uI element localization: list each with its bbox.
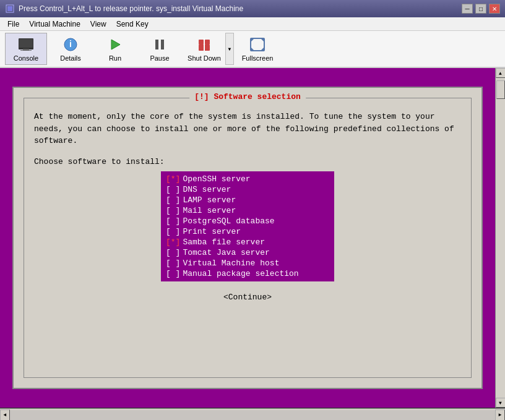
menu-bar: File Virtual Machine View Send Key — [0, 17, 505, 31]
software-label: PostgreSQL database — [183, 216, 274, 226]
menu-virtual-machine[interactable]: Virtual Machine — [24, 19, 85, 30]
svg-rect-12 — [199, 40, 204, 45]
software-item[interactable]: [ ] PostgreSQL database — [166, 216, 329, 226]
run-label: Run — [109, 54, 121, 62]
horizontal-scrollbar[interactable]: ◄ ► — [0, 408, 505, 420]
dialog-inner: [!] Software selection At the moment, on… — [24, 98, 472, 378]
pause-label: Pause — [150, 54, 169, 62]
svg-rect-10 — [161, 40, 164, 49]
software-item[interactable]: [ ] Virtual Machine host — [166, 258, 329, 268]
app-icon — [5, 4, 15, 14]
console-icon — [17, 36, 35, 53]
continue-row: <Continue> — [34, 291, 461, 303]
software-label: DNS server — [183, 185, 231, 194]
maximize-button[interactable]: □ — [475, 4, 486, 14]
software-checkbox: [ ] — [166, 206, 180, 215]
svg-rect-5 — [20, 50, 32, 51]
svg-rect-9 — [155, 40, 158, 49]
svg-marker-8 — [111, 40, 120, 49]
software-checkbox: [ ] — [166, 259, 180, 268]
software-checkbox: [ ] — [166, 248, 180, 257]
toolbar: Console i Details Run Pause — [0, 31, 505, 68]
close-button[interactable]: ✕ — [489, 4, 500, 14]
details-icon: i — [62, 36, 79, 53]
menu-send-key[interactable]: Send Key — [111, 19, 153, 30]
software-label: Manual package selection — [183, 269, 298, 278]
details-label: Details — [60, 54, 81, 62]
software-checkbox: [*] — [166, 238, 180, 247]
software-checkbox: [ ] — [166, 195, 180, 205]
body-line1: At the moment, only the core of the syst… — [34, 112, 435, 121]
software-label: Virtual Machine host — [183, 259, 279, 268]
software-checkbox: [ ] — [166, 185, 180, 194]
software-item[interactable]: [ ] DNS server — [166, 184, 329, 195]
svg-rect-1 — [7, 6, 12, 11]
software-checkbox: [*] — [166, 174, 180, 184]
software-selection-dialog: [!] Software selection At the moment, on… — [12, 87, 483, 389]
body-line3: software. — [34, 136, 77, 145]
minimize-button[interactable]: ─ — [462, 4, 473, 14]
menu-file[interactable]: File — [2, 19, 24, 30]
software-item[interactable]: [ ] Mail server — [166, 205, 329, 216]
shutdown-wrap: Shut Down ▼ — [183, 33, 234, 65]
pause-button[interactable]: Pause — [139, 33, 181, 65]
console-button[interactable]: Console — [5, 33, 47, 65]
software-label: Tomcat Java server — [183, 248, 269, 257]
shutdown-icon — [196, 36, 213, 53]
dialog-body: At the moment, only the core of the syst… — [34, 111, 461, 147]
scroll-thumb[interactable] — [496, 80, 505, 99]
software-label: Samba file server — [183, 238, 265, 247]
scroll-up-arrow[interactable]: ▲ — [496, 68, 506, 78]
svg-rect-15 — [251, 38, 264, 51]
software-label: OpenSSH server — [183, 174, 250, 184]
software-item[interactable]: [*] OpenSSH server — [166, 174, 329, 184]
hscroll-right-arrow[interactable]: ► — [495, 409, 505, 421]
vertical-scrollbar[interactable]: ▲ ▼ — [495, 68, 505, 408]
console-label: Console — [14, 54, 38, 62]
main-content: ▲ ▼ [!] Software selection At the moment… — [0, 68, 505, 408]
software-label: Print server — [183, 227, 241, 236]
software-checkbox: [ ] — [166, 227, 180, 236]
continue-button[interactable]: <Continue> — [218, 291, 277, 303]
svg-text:i: i — [69, 39, 72, 49]
software-item[interactable]: [ ] LAMP server — [166, 195, 329, 205]
shutdown-dropdown-arrow[interactable]: ▼ — [225, 33, 234, 65]
shutdown-button[interactable]: Shut Down — [183, 33, 225, 65]
software-item[interactable]: [ ] Tomcat Java server — [166, 247, 329, 258]
pause-icon — [151, 36, 168, 53]
fullscreen-button[interactable]: Fullscreen — [236, 33, 278, 65]
menu-view[interactable]: View — [85, 19, 111, 30]
software-label: Mail server — [183, 206, 236, 215]
dialog-title: [!] Software selection — [189, 92, 306, 101]
details-button[interactable]: i Details — [50, 33, 92, 65]
software-checkbox: [ ] — [166, 216, 180, 226]
shutdown-label: Shut Down — [188, 54, 221, 62]
body-line2: needs, you can choose to install one or … — [34, 124, 454, 134]
window-title: Press Control_L+Alt_L to release pointer… — [19, 4, 462, 13]
svg-rect-4 — [23, 49, 29, 50]
svg-rect-13 — [205, 40, 210, 45]
fullscreen-icon — [249, 36, 266, 53]
run-button[interactable]: Run — [94, 33, 136, 65]
window-controls: ─ □ ✕ — [462, 4, 500, 14]
software-item[interactable]: [ ] Manual package selection — [166, 268, 329, 279]
fullscreen-label: Fullscreen — [242, 54, 274, 62]
run-icon — [106, 36, 124, 53]
hscroll-left-arrow[interactable]: ◄ — [0, 409, 10, 421]
software-item[interactable]: [*] Samba file server — [166, 237, 329, 247]
software-checkbox: [ ] — [166, 269, 180, 278]
software-list: [*] OpenSSH server[ ] DNS server[ ] LAMP… — [161, 171, 334, 281]
choose-label: Choose software to install: — [34, 157, 461, 166]
scroll-down-arrow[interactable]: ▼ — [496, 398, 506, 408]
hscroll-track — [10, 410, 495, 420]
software-item[interactable]: [ ] Print server — [166, 226, 329, 237]
software-label: LAMP server — [183, 195, 236, 205]
title-bar: Press Control_L+Alt_L to release pointer… — [0, 0, 505, 17]
status-bar: ◄ ► — [0, 408, 505, 420]
svg-rect-3 — [19, 39, 33, 48]
